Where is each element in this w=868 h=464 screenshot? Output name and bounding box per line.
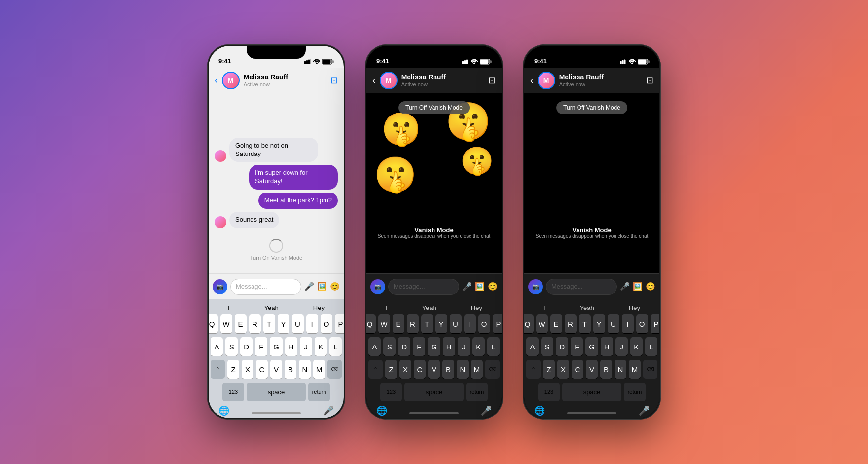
key-delete[interactable]: ⌫ (327, 360, 342, 379)
key-return[interactable]: return (308, 383, 330, 401)
key-g[interactable]: G (270, 337, 282, 356)
key-x[interactable]: X (242, 360, 253, 379)
key-b[interactable]: B (285, 360, 296, 379)
key-i2[interactable]: I (464, 314, 476, 333)
predictive-d5[interactable]: Yeah (580, 304, 594, 311)
key-p3[interactable]: P (651, 314, 660, 333)
key-q[interactable]: Q (209, 314, 218, 333)
key-j3[interactable]: J (615, 337, 628, 356)
key-return3[interactable]: return (624, 383, 646, 401)
key-n[interactable]: N (299, 360, 311, 379)
key-d3[interactable]: D (556, 337, 568, 356)
key-p[interactable]: P (335, 314, 344, 333)
key-y3[interactable]: Y (593, 314, 605, 333)
key-t3[interactable]: T (579, 314, 591, 333)
key-u3[interactable]: U (608, 314, 619, 333)
photo-icon-1[interactable]: 🖼️ (317, 282, 327, 291)
key-t[interactable]: T (263, 314, 275, 333)
predictive-3[interactable]: Hey (313, 304, 325, 311)
key-r[interactable]: R (249, 314, 261, 333)
video-call-button-3[interactable]: ⊡ (646, 75, 653, 86)
key-z3[interactable]: Z (543, 360, 555, 379)
video-call-button-2[interactable]: ⊡ (488, 75, 496, 86)
mic-icon-1[interactable]: 🎤 (304, 282, 314, 291)
key-l2[interactable]: L (487, 337, 500, 356)
key-123-3[interactable]: 123 (538, 383, 560, 401)
key-o2[interactable]: O (478, 314, 490, 333)
key-b2[interactable]: B (442, 360, 454, 379)
key-q2[interactable]: Q (366, 314, 376, 333)
key-c[interactable]: C (256, 360, 268, 379)
key-r3[interactable]: R (565, 314, 577, 333)
camera-button-2[interactable]: 📷 (370, 279, 385, 294)
key-m2[interactable]: M (471, 360, 483, 379)
key-t2[interactable]: T (421, 314, 433, 333)
key-q3[interactable]: Q (524, 314, 534, 333)
key-h[interactable]: H (285, 337, 297, 356)
sticker-icon-1[interactable]: 😊 (330, 282, 340, 291)
key-o[interactable]: O (321, 314, 332, 333)
key-i[interactable]: I (306, 314, 318, 333)
key-u[interactable]: U (292, 314, 304, 333)
predictive-d4[interactable]: I (543, 304, 545, 311)
key-v2[interactable]: V (428, 360, 440, 379)
key-f3[interactable]: F (571, 337, 583, 356)
key-return2[interactable]: return (466, 383, 488, 401)
predictive-d6[interactable]: Hey (629, 304, 640, 311)
key-f2[interactable]: F (413, 337, 425, 356)
key-b3[interactable]: B (600, 360, 612, 379)
key-j2[interactable]: J (458, 337, 470, 356)
key-a3[interactable]: A (526, 337, 539, 356)
key-k2[interactable]: K (472, 337, 485, 356)
key-w3[interactable]: W (536, 314, 548, 333)
key-n3[interactable]: N (615, 360, 626, 379)
key-n2[interactable]: N (457, 360, 469, 379)
key-m3[interactable]: M (629, 360, 641, 379)
message-input-2[interactable]: Message... (388, 279, 459, 295)
key-s2[interactable]: S (383, 337, 396, 356)
key-u2[interactable]: U (450, 314, 462, 333)
key-c2[interactable]: C (414, 360, 426, 379)
key-z[interactable]: Z (227, 360, 239, 379)
video-call-button-1[interactable]: ⊡ (330, 75, 338, 86)
key-j[interactable]: J (300, 337, 312, 356)
key-shift2[interactable]: ⇧ (368, 360, 383, 379)
sticker-icon-2[interactable]: 😊 (488, 282, 498, 291)
predictive-2[interactable]: Yeah (264, 304, 279, 311)
predictive-d1[interactable]: I (386, 304, 388, 311)
key-w2[interactable]: W (378, 314, 390, 333)
predictive-d3[interactable]: Hey (471, 304, 482, 311)
key-delete3[interactable]: ⌫ (643, 360, 657, 379)
key-v3[interactable]: V (586, 360, 598, 379)
key-shift[interactable]: ⇧ (211, 360, 225, 379)
key-e2[interactable]: E (393, 314, 404, 333)
key-k3[interactable]: K (630, 337, 643, 356)
key-d2[interactable]: D (398, 337, 410, 356)
key-123-2[interactable]: 123 (380, 383, 402, 401)
key-p2[interactable]: P (493, 314, 502, 333)
key-e[interactable]: E (235, 314, 247, 333)
key-d[interactable]: D (240, 337, 253, 356)
key-r2[interactable]: R (407, 314, 419, 333)
key-g3[interactable]: G (585, 337, 598, 356)
key-l[interactable]: L (329, 337, 342, 356)
photo-icon-3[interactable]: 🖼️ (633, 282, 643, 291)
message-input-1[interactable]: Message... (230, 279, 301, 295)
back-button-1[interactable]: ‹ (215, 75, 218, 86)
key-i3[interactable]: I (622, 314, 634, 333)
sticker-icon-3[interactable]: 😊 (646, 282, 655, 291)
key-e3[interactable]: E (550, 314, 562, 333)
key-a[interactable]: A (211, 337, 223, 356)
key-x2[interactable]: X (399, 360, 411, 379)
key-delete2[interactable]: ⌫ (485, 360, 500, 379)
predictive-1[interactable]: I (228, 304, 230, 311)
mic-icon-2[interactable]: 🎤 (462, 282, 472, 291)
key-space2[interactable]: space (404, 383, 464, 401)
turn-off-vanish-button-3[interactable]: Turn Off Vanish Mode (556, 101, 627, 114)
back-button-3[interactable]: ‹ (530, 75, 534, 86)
key-space[interactable]: space (247, 383, 306, 401)
key-z2[interactable]: Z (385, 360, 397, 379)
message-input-3[interactable]: Message... (546, 279, 617, 295)
camera-button-1[interactable]: 📷 (213, 279, 227, 294)
key-w[interactable]: W (220, 314, 232, 333)
